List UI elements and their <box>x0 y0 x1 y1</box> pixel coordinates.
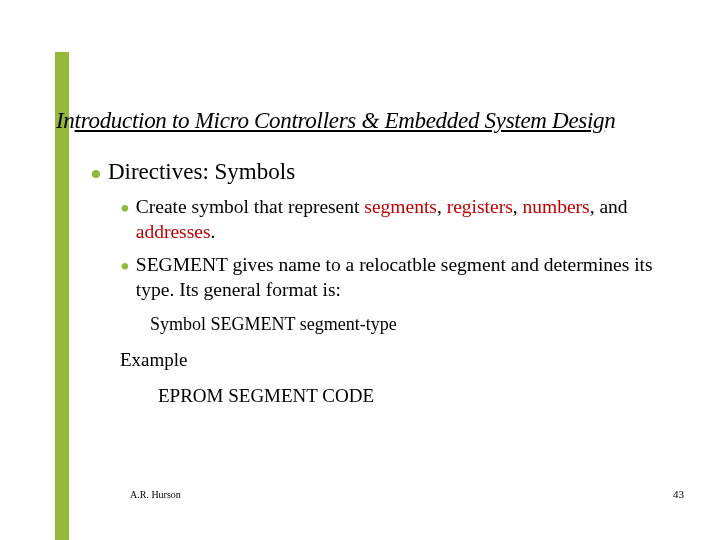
kw: numbers <box>522 196 589 217</box>
kw: segments <box>364 196 437 217</box>
kw: addresses <box>136 221 211 242</box>
bullet-level2: • SEGMENT gives name to a relocatble seg… <box>120 252 690 302</box>
bullet-level2: • Create symbol that represent segments,… <box>120 194 690 244</box>
bullet-item-1: Create symbol that represent segments, r… <box>136 194 690 244</box>
title-suffix: n <box>604 108 615 133</box>
t: , and <box>590 196 628 217</box>
example-label: Example <box>120 349 690 371</box>
content: • Directives: Symbols • Create symbol th… <box>90 158 690 407</box>
title-prefix: In <box>56 108 75 133</box>
bullet-icon: • <box>120 202 130 216</box>
footer-author: A.R. Hurson <box>130 489 181 500</box>
bullet-item-2: SEGMENT gives name to a relocatble segme… <box>136 252 690 302</box>
t: Create symbol that represent <box>136 196 365 217</box>
bullet-icon: • <box>90 164 102 186</box>
t: , <box>513 196 523 217</box>
page-number: 43 <box>673 488 684 500</box>
example-code: EPROM SEGMENT CODE <box>158 385 690 407</box>
syntax-line: Symbol SEGMENT segment-type <box>150 314 690 335</box>
t: , <box>437 196 447 217</box>
title-mid: troduction to Micro Controllers & Embedd… <box>75 108 605 133</box>
bullet-icon: • <box>120 260 130 274</box>
page-title: Introduction to Micro Controllers & Embe… <box>56 108 615 134</box>
heading-text: Directives: Symbols <box>108 158 295 186</box>
t: . <box>211 221 216 242</box>
bullet-level1: • Directives: Symbols <box>90 158 690 186</box>
kw: registers <box>447 196 513 217</box>
